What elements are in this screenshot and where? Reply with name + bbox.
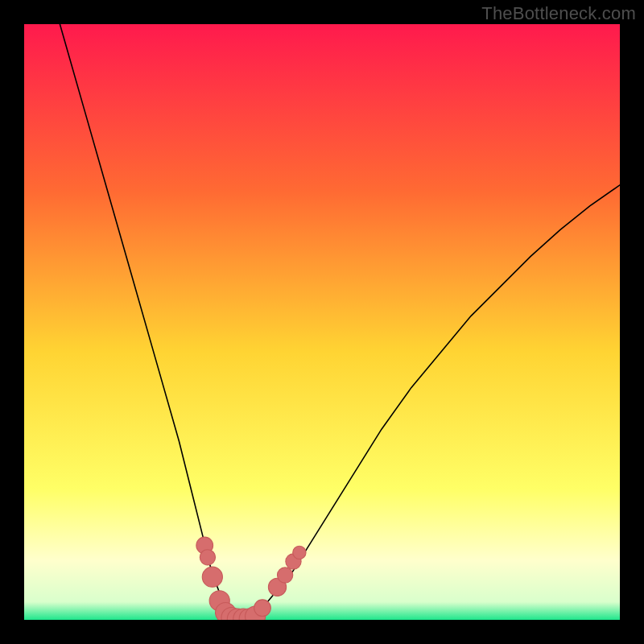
chart-frame: TheBottleneck.com xyxy=(0,0,644,644)
data-marker xyxy=(278,568,293,583)
data-marker xyxy=(293,546,306,559)
data-marker xyxy=(254,600,271,617)
bottleneck-chart xyxy=(24,24,620,620)
data-marker xyxy=(200,550,215,565)
watermark-text: TheBottleneck.com xyxy=(481,3,636,24)
data-marker xyxy=(202,567,222,587)
gradient-background xyxy=(24,24,620,620)
